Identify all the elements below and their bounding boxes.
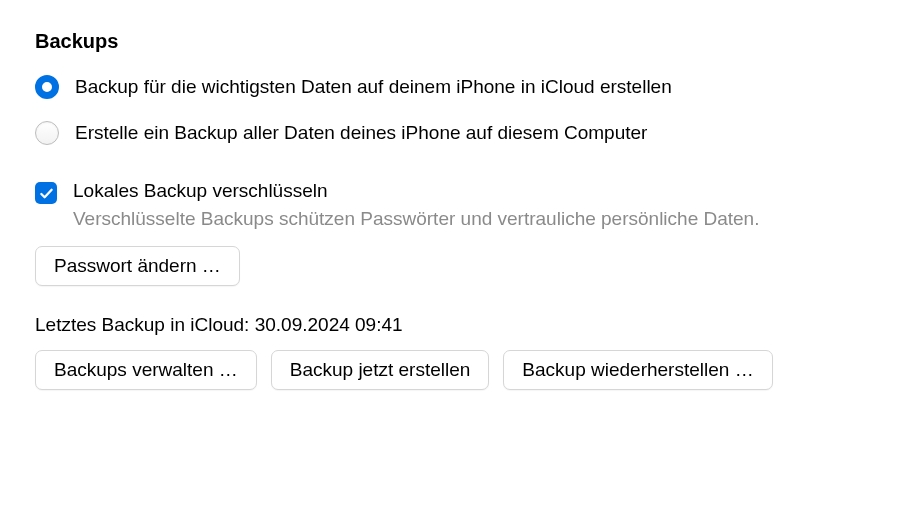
backup-button-row: Backups verwalten … Backup jetzt erstell…	[35, 350, 888, 390]
encrypt-subtext: Verschlüsselte Backups schützen Passwört…	[73, 208, 888, 230]
checkbox-encrypt-backup[interactable]: Lokales Backup verschlüsseln	[35, 180, 888, 204]
radio-backup-local[interactable]: Erstelle ein Backup aller Daten deines i…	[35, 121, 888, 145]
manage-backups-button[interactable]: Backups verwalten …	[35, 350, 257, 390]
restore-backup-button[interactable]: Backup wiederherstellen …	[503, 350, 772, 390]
backup-now-button[interactable]: Backup jetzt erstellen	[271, 350, 490, 390]
radio-icloud-label: Backup für die wichtigsten Daten auf dei…	[75, 76, 672, 98]
radio-local-label: Erstelle ein Backup aller Daten deines i…	[75, 122, 647, 144]
radio-unselected-icon	[35, 121, 59, 145]
radio-backup-icloud[interactable]: Backup für die wichtigsten Daten auf dei…	[35, 75, 888, 99]
last-backup-text: Letztes Backup in iCloud: 30.09.2024 09:…	[35, 314, 888, 336]
section-title: Backups	[35, 30, 888, 53]
encrypt-label: Lokales Backup verschlüsseln	[73, 180, 328, 202]
backups-section: Backups Backup für die wichtigsten Daten…	[35, 30, 888, 390]
change-password-button[interactable]: Passwort ändern …	[35, 246, 240, 286]
checkmark-icon	[35, 182, 57, 204]
radio-selected-icon	[35, 75, 59, 99]
